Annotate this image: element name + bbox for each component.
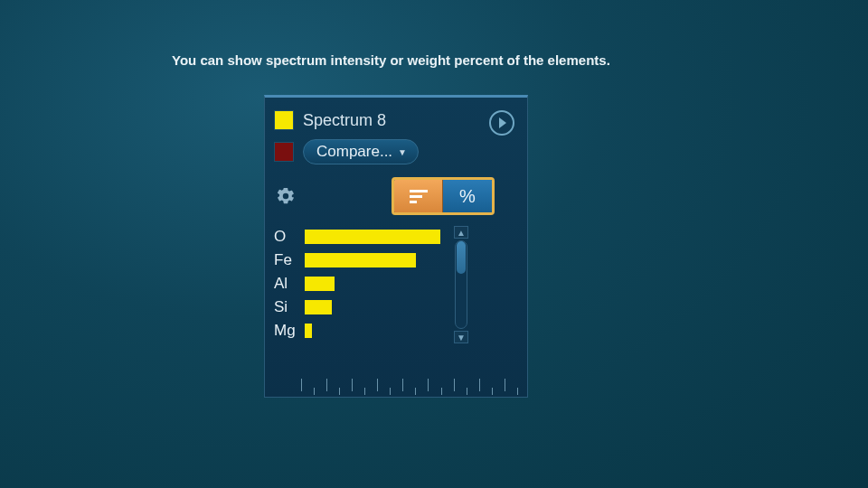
tick [314,388,315,395]
bar [305,300,332,314]
bar [305,230,440,244]
bar [305,324,312,338]
bar-track [305,277,440,291]
view-mode-toggle: % [392,177,495,215]
tick [517,388,518,395]
view-toolbar: % [274,177,518,215]
tick [339,388,340,395]
element-label: Al [274,275,297,293]
percent-toggle-button[interactable]: % [443,180,492,212]
bar-track [305,324,440,338]
bar [305,253,416,267]
compare-color-swatch[interactable] [274,142,294,162]
element-row: Si [274,296,440,318]
tick [402,379,403,391]
spectrum-panel: Spectrum 8 Compare... ▼ % OFeAlSiM [264,95,528,398]
compare-row: Compare... ▼ [274,139,518,164]
tick [377,379,378,391]
element-label: Si [274,298,297,316]
spectrum-name-label: Spectrum 8 [303,111,386,130]
instruction-caption: You can show spectrum intensity or weigh… [172,52,610,68]
tick [492,388,493,395]
spectrum-color-swatch[interactable] [274,110,294,130]
element-chart: OFeAlSiMg ▲ ▼ [274,226,518,343]
svg-rect-2 [410,201,417,203]
compare-label: Compare... [316,143,392,161]
bar-track [305,300,440,314]
tick [428,379,429,391]
element-label: O [274,228,297,246]
axis-ticks [301,379,518,395]
tick [352,379,353,391]
bar-track [305,253,440,267]
element-scrollbar: ▲ ▼ [453,226,469,343]
scroll-up-button[interactable]: ▲ [454,226,468,239]
tick [301,379,302,391]
element-label: Mg [274,322,297,340]
scroll-down-button[interactable]: ▼ [454,331,468,343]
element-row: Al [274,273,440,295]
tick [467,388,467,395]
bars-icon [409,188,429,204]
element-row: Fe [274,249,440,271]
tick [505,379,505,391]
tick [479,379,480,391]
svg-rect-1 [410,195,422,198]
percent-label: % [459,186,476,207]
svg-rect-0 [410,190,428,192]
gear-icon[interactable] [276,186,296,206]
tick [364,388,365,395]
bar [305,277,335,291]
spectrum-row: Spectrum 8 [274,110,518,130]
bar-track [305,230,440,244]
scroll-track[interactable] [455,240,467,329]
element-row: O [274,226,440,248]
intensity-toggle-button[interactable] [394,180,443,212]
scroll-thumb[interactable] [457,241,466,274]
tick [441,388,442,395]
tick [415,388,416,395]
element-bar-list: OFeAlSiMg [274,226,444,343]
compare-dropdown[interactable]: Compare... ▼ [303,139,419,164]
play-icon[interactable] [489,110,514,136]
tick [390,388,391,395]
element-label: Fe [274,251,297,269]
element-row: Mg [274,320,440,342]
chevron-down-icon: ▼ [398,147,407,157]
tick [326,379,327,391]
tick [454,379,455,391]
